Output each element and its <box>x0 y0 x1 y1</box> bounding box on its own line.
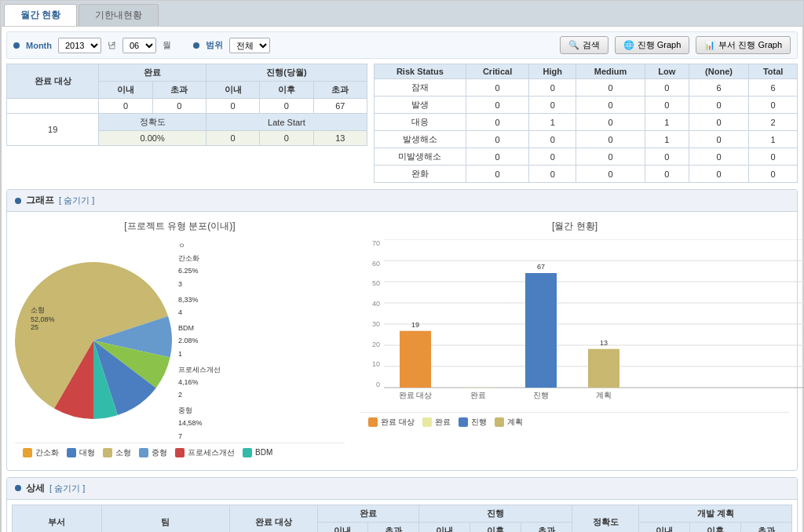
svg-text:19: 19 <box>411 321 419 329</box>
team-header: 팀 <box>101 505 229 532</box>
low-header: Low <box>645 64 689 79</box>
cell: 0 <box>576 114 645 131</box>
risk-label: 대응 <box>375 114 466 131</box>
dept-header: 부서 <box>13 505 102 532</box>
legend-label: 간소화 <box>35 447 59 458</box>
tab-deadline[interactable]: 기한내현황 <box>79 4 159 26</box>
cell: 정확도 <box>99 114 206 131</box>
year-select[interactable]: 2013 <box>58 38 101 53</box>
detail-toggle[interactable]: [ 숨기기 ] <box>49 483 85 494</box>
graph-section: 그래프 [ 숨기기 ] [프로젝트 유형 분포(이내)] <box>6 189 798 471</box>
legend-label: 진행 <box>471 417 487 428</box>
graph-toggle[interactable]: [ 숨기기 ] <box>59 195 94 206</box>
cell: 0 <box>689 97 749 114</box>
pie-legend-item: 간소화 <box>23 447 59 458</box>
complete-over-header: 초과 <box>152 82 206 99</box>
pie-legend-item: 중형 <box>139 447 167 458</box>
risk-label: 발생해소 <box>375 131 466 148</box>
range-select[interactable]: 전체 <box>229 38 270 53</box>
cell: 0 <box>466 79 529 97</box>
medium-header: Medium <box>576 64 645 79</box>
main-content: Month 2013 년 06 월 범위 전체 🔍 검색 🌐 <box>1 26 803 532</box>
pie-left-label: 소형 52,08% 25 <box>31 305 55 331</box>
legend-color <box>495 417 504 427</box>
cell: 0 <box>529 148 576 166</box>
pie-legend-item: 소형 <box>103 447 131 458</box>
p-inner-header: 이내 <box>419 522 470 532</box>
cell: 0 <box>645 166 689 183</box>
bar-legend-item: 계획 <box>495 417 523 428</box>
legend-label: 소형 <box>115 447 131 458</box>
graph-title: 그래프 <box>26 194 54 207</box>
legend-color <box>23 448 32 457</box>
bar-complete-target <box>400 331 431 388</box>
c-inner-header: 이내 <box>317 522 368 532</box>
legend-color <box>67 448 76 457</box>
cell: 0 <box>152 99 206 114</box>
p-over-header: 초과 <box>521 522 572 532</box>
cell: 0 <box>576 148 645 166</box>
bar-plan <box>588 349 619 388</box>
legend-label: 대형 <box>79 447 95 458</box>
detail-header: 상세 [ 숨기기 ] <box>7 478 797 500</box>
cell: 0 <box>749 97 798 114</box>
graphs-container: [프로젝트 유형 분포(이내)] <box>7 212 797 470</box>
risk-status-header: Risk Status <box>375 64 466 79</box>
legend-color <box>139 448 148 457</box>
cell: 0 <box>529 131 576 148</box>
bar-chart-area: [월간 현황] 70 60 50 40 30 20 10 0 <box>360 220 789 462</box>
progress-after-header: 이후 <box>260 82 313 99</box>
graph10-button[interactable]: 📊 부서 진행 Graph <box>696 36 791 54</box>
legend-label: BDM <box>255 448 272 457</box>
complete-target-header: 완료 대상 <box>7 64 99 99</box>
tab-monthly[interactable]: 월간 현황 <box>4 4 77 26</box>
cell: 67 <box>313 99 367 114</box>
cell: 0 <box>529 166 576 183</box>
cell: 6 <box>749 79 798 97</box>
d-after-header: 이후 <box>690 522 741 532</box>
svg-text:13: 13 <box>600 339 608 347</box>
graph16-button[interactable]: 🌐 진행 Graph <box>615 36 690 54</box>
legend-color <box>175 448 185 457</box>
none-header: (None) <box>689 64 749 79</box>
bar-legend-item: 완료 <box>422 417 451 428</box>
cell: 0 <box>689 148 749 166</box>
table-row: 19 정확도 Late Start <box>7 114 367 131</box>
cell: 0 <box>576 131 645 148</box>
high-header: High <box>529 64 576 79</box>
month-select[interactable]: 06 <box>122 38 156 53</box>
bar-icon: 📊 <box>704 40 715 50</box>
cell: 19 <box>7 114 99 146</box>
progress-over-header: 초과 <box>313 82 367 99</box>
cell: Late Start <box>206 114 367 131</box>
pie-legend-item: 프로세스개선 <box>175 447 235 458</box>
cell: 0 <box>689 131 749 148</box>
summary-section: 완료 대상 완료 진행(당월) 이내 초과 이내 이후 초과 <box>6 64 798 183</box>
cell: 0 <box>466 114 529 131</box>
search-button[interactable]: 🔍 검색 <box>560 36 608 54</box>
legend-label: 완료 <box>435 417 451 428</box>
legend-color <box>103 448 112 457</box>
cell: 0 <box>206 99 259 114</box>
cell: 0 <box>749 148 798 166</box>
cell: 0 <box>576 97 645 114</box>
table-row: 잠재000066 <box>375 79 798 97</box>
legend-label: 계획 <box>507 417 523 428</box>
cell: 0 <box>529 97 576 114</box>
legend-color <box>368 417 378 427</box>
cell: 0 <box>645 148 689 166</box>
bar-legend: 완료 대상완료진행계획 <box>360 412 789 432</box>
cell: 0 <box>260 99 313 114</box>
graph-dot <box>15 198 21 204</box>
legend-color <box>422 417 432 427</box>
detail-table-wrapper: 부서 팀 완료 대상 완료 진행 정확도 개발 계획 이내 초과 이내 <box>7 500 797 532</box>
month-label: Month <box>26 41 52 50</box>
legend-label: 중형 <box>152 447 167 458</box>
pie-svg <box>15 262 172 419</box>
year-unit: 년 <box>108 39 116 51</box>
cell: 0 <box>689 166 749 183</box>
progress-header: 진행(당월) <box>206 64 367 82</box>
progress-group-header: 진행 <box>419 505 572 522</box>
search-icon: 🔍 <box>568 40 579 50</box>
month-unit: 월 <box>163 39 171 51</box>
